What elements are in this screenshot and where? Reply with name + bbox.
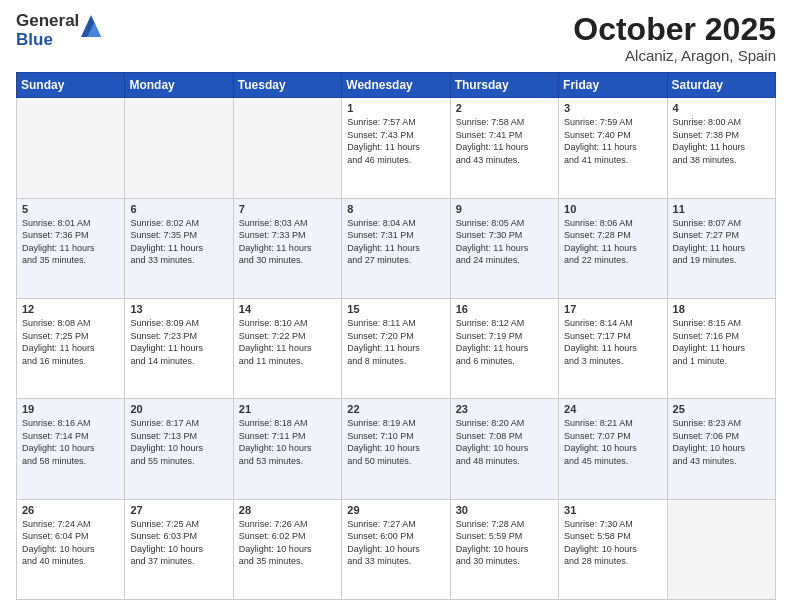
day-number: 2 [456,102,553,114]
logo-blue: Blue [16,31,79,50]
logo: General Blue [16,12,101,49]
table-row: 15Sunrise: 8:11 AM Sunset: 7:20 PM Dayli… [342,298,450,398]
table-row: 19Sunrise: 8:16 AM Sunset: 7:14 PM Dayli… [17,399,125,499]
weekday-header-row: Sunday Monday Tuesday Wednesday Thursday… [17,73,776,98]
day-number: 21 [239,403,336,415]
table-row [233,98,341,198]
header: General Blue October 2025 Alcaniz, Arago… [16,12,776,64]
day-info: Sunrise: 8:14 AM Sunset: 7:17 PM Dayligh… [564,317,661,367]
day-info: Sunrise: 8:08 AM Sunset: 7:25 PM Dayligh… [22,317,119,367]
day-number: 25 [673,403,770,415]
table-row: 2Sunrise: 7:58 AM Sunset: 7:41 PM Daylig… [450,98,558,198]
day-info: Sunrise: 8:17 AM Sunset: 7:13 PM Dayligh… [130,417,227,467]
day-info: Sunrise: 7:28 AM Sunset: 5:59 PM Dayligh… [456,518,553,568]
day-info: Sunrise: 8:21 AM Sunset: 7:07 PM Dayligh… [564,417,661,467]
day-info: Sunrise: 8:07 AM Sunset: 7:27 PM Dayligh… [673,217,770,267]
day-info: Sunrise: 8:06 AM Sunset: 7:28 PM Dayligh… [564,217,661,267]
table-row: 3Sunrise: 7:59 AM Sunset: 7:40 PM Daylig… [559,98,667,198]
table-row: 11Sunrise: 8:07 AM Sunset: 7:27 PM Dayli… [667,198,775,298]
table-row: 21Sunrise: 8:18 AM Sunset: 7:11 PM Dayli… [233,399,341,499]
table-row [125,98,233,198]
day-number: 13 [130,303,227,315]
calendar-week-row: 12Sunrise: 8:08 AM Sunset: 7:25 PM Dayli… [17,298,776,398]
day-number: 1 [347,102,444,114]
day-number: 7 [239,203,336,215]
table-row: 28Sunrise: 7:26 AM Sunset: 6:02 PM Dayli… [233,499,341,599]
day-info: Sunrise: 8:03 AM Sunset: 7:33 PM Dayligh… [239,217,336,267]
day-number: 12 [22,303,119,315]
table-row: 23Sunrise: 8:20 AM Sunset: 7:08 PM Dayli… [450,399,558,499]
calendar-week-row: 1Sunrise: 7:57 AM Sunset: 7:43 PM Daylig… [17,98,776,198]
day-number: 30 [456,504,553,516]
day-info: Sunrise: 8:16 AM Sunset: 7:14 PM Dayligh… [22,417,119,467]
table-row: 22Sunrise: 8:19 AM Sunset: 7:10 PM Dayli… [342,399,450,499]
day-number: 17 [564,303,661,315]
day-number: 24 [564,403,661,415]
day-info: Sunrise: 8:05 AM Sunset: 7:30 PM Dayligh… [456,217,553,267]
location-subtitle: Alcaniz, Aragon, Spain [573,47,776,64]
logo-text: General Blue [16,12,79,49]
day-info: Sunrise: 8:09 AM Sunset: 7:23 PM Dayligh… [130,317,227,367]
day-number: 20 [130,403,227,415]
day-number: 16 [456,303,553,315]
day-number: 8 [347,203,444,215]
day-info: Sunrise: 8:12 AM Sunset: 7:19 PM Dayligh… [456,317,553,367]
table-row: 20Sunrise: 8:17 AM Sunset: 7:13 PM Dayli… [125,399,233,499]
month-title: October 2025 [573,12,776,47]
day-number: 15 [347,303,444,315]
table-row: 31Sunrise: 7:30 AM Sunset: 5:58 PM Dayli… [559,499,667,599]
table-row: 4Sunrise: 8:00 AM Sunset: 7:38 PM Daylig… [667,98,775,198]
table-row: 14Sunrise: 8:10 AM Sunset: 7:22 PM Dayli… [233,298,341,398]
calendar-week-row: 5Sunrise: 8:01 AM Sunset: 7:36 PM Daylig… [17,198,776,298]
day-number: 19 [22,403,119,415]
table-row: 25Sunrise: 8:23 AM Sunset: 7:06 PM Dayli… [667,399,775,499]
day-info: Sunrise: 8:00 AM Sunset: 7:38 PM Dayligh… [673,116,770,166]
page: General Blue October 2025 Alcaniz, Arago… [0,0,792,612]
day-number: 6 [130,203,227,215]
table-row: 30Sunrise: 7:28 AM Sunset: 5:59 PM Dayli… [450,499,558,599]
logo-icon [81,15,101,37]
logo-general: General [16,12,79,31]
day-number: 29 [347,504,444,516]
header-friday: Friday [559,73,667,98]
day-number: 14 [239,303,336,315]
table-row: 5Sunrise: 8:01 AM Sunset: 7:36 PM Daylig… [17,198,125,298]
table-row: 24Sunrise: 8:21 AM Sunset: 7:07 PM Dayli… [559,399,667,499]
table-row: 12Sunrise: 8:08 AM Sunset: 7:25 PM Dayli… [17,298,125,398]
table-row [17,98,125,198]
day-info: Sunrise: 7:27 AM Sunset: 6:00 PM Dayligh… [347,518,444,568]
header-monday: Monday [125,73,233,98]
table-row: 9Sunrise: 8:05 AM Sunset: 7:30 PM Daylig… [450,198,558,298]
day-info: Sunrise: 8:01 AM Sunset: 7:36 PM Dayligh… [22,217,119,267]
day-info: Sunrise: 8:18 AM Sunset: 7:11 PM Dayligh… [239,417,336,467]
day-number: 10 [564,203,661,215]
title-block: October 2025 Alcaniz, Aragon, Spain [573,12,776,64]
day-info: Sunrise: 8:23 AM Sunset: 7:06 PM Dayligh… [673,417,770,467]
day-number: 9 [456,203,553,215]
table-row: 18Sunrise: 8:15 AM Sunset: 7:16 PM Dayli… [667,298,775,398]
calendar-week-row: 19Sunrise: 8:16 AM Sunset: 7:14 PM Dayli… [17,399,776,499]
day-info: Sunrise: 7:26 AM Sunset: 6:02 PM Dayligh… [239,518,336,568]
table-row: 1Sunrise: 7:57 AM Sunset: 7:43 PM Daylig… [342,98,450,198]
day-info: Sunrise: 8:19 AM Sunset: 7:10 PM Dayligh… [347,417,444,467]
day-info: Sunrise: 8:20 AM Sunset: 7:08 PM Dayligh… [456,417,553,467]
day-info: Sunrise: 7:30 AM Sunset: 5:58 PM Dayligh… [564,518,661,568]
table-row: 8Sunrise: 8:04 AM Sunset: 7:31 PM Daylig… [342,198,450,298]
table-row: 29Sunrise: 7:27 AM Sunset: 6:00 PM Dayli… [342,499,450,599]
header-tuesday: Tuesday [233,73,341,98]
table-row: 17Sunrise: 8:14 AM Sunset: 7:17 PM Dayli… [559,298,667,398]
table-row: 13Sunrise: 8:09 AM Sunset: 7:23 PM Dayli… [125,298,233,398]
header-saturday: Saturday [667,73,775,98]
day-number: 18 [673,303,770,315]
day-info: Sunrise: 7:57 AM Sunset: 7:43 PM Dayligh… [347,116,444,166]
table-row [667,499,775,599]
table-row: 10Sunrise: 8:06 AM Sunset: 7:28 PM Dayli… [559,198,667,298]
day-number: 22 [347,403,444,415]
day-number: 3 [564,102,661,114]
day-info: Sunrise: 7:25 AM Sunset: 6:03 PM Dayligh… [130,518,227,568]
day-info: Sunrise: 7:58 AM Sunset: 7:41 PM Dayligh… [456,116,553,166]
day-info: Sunrise: 8:02 AM Sunset: 7:35 PM Dayligh… [130,217,227,267]
table-row: 6Sunrise: 8:02 AM Sunset: 7:35 PM Daylig… [125,198,233,298]
day-number: 11 [673,203,770,215]
table-row: 26Sunrise: 7:24 AM Sunset: 6:04 PM Dayli… [17,499,125,599]
